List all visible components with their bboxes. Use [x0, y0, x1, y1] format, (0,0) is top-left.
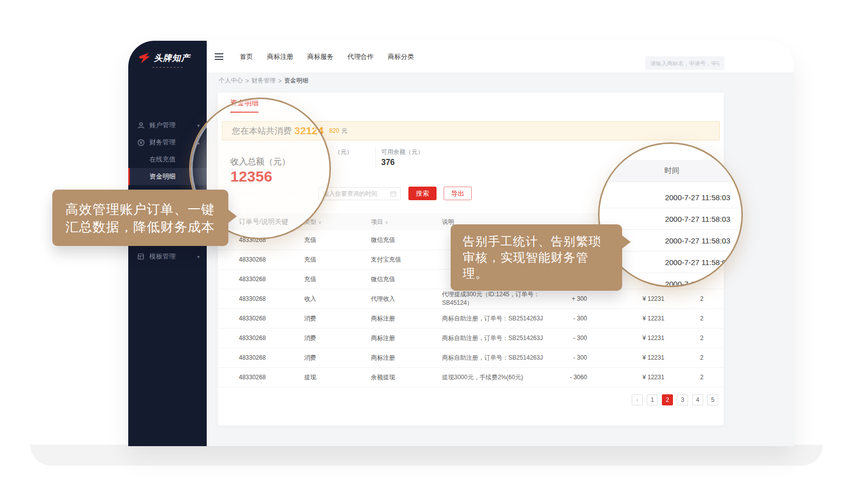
pagination: ‹ 1 2 3 4 5: [218, 394, 718, 405]
cell-order: 48330268: [239, 236, 304, 243]
stats-divider: [375, 147, 376, 169]
cell-project: 微信充值: [371, 275, 442, 284]
nav-item-trademark-category[interactable]: 商标分类: [388, 52, 414, 61]
calendar-icon[interactable]: [390, 191, 396, 197]
cell-order: 48330268: [239, 276, 304, 283]
pagination-page-4[interactable]: 4: [692, 394, 703, 405]
sort-caret-icon: ∨: [318, 220, 322, 225]
search-button[interactable]: 搜索: [408, 187, 437, 200]
topbar: 首页 商标注册 商标服务 代理合作 商标分类: [207, 41, 794, 72]
chevron-down-icon: ▾: [197, 254, 200, 260]
cell-order: 48330268: [239, 374, 304, 381]
cell-amount: - 300: [544, 334, 587, 342]
pagination-page-3[interactable]: 3: [677, 394, 688, 405]
banner-amount-fragment: 820: [329, 127, 339, 134]
sidebar-item-label: 账户管理: [149, 121, 197, 130]
pagination-prev-button[interactable]: ‹: [632, 394, 643, 405]
cell-type: 收入: [304, 295, 371, 303]
nav-item-trademark-service[interactable]: 商标服务: [307, 52, 333, 61]
cell-order: 48330268: [239, 295, 304, 302]
cell-project: 代理收入: [371, 295, 442, 303]
col-header-type[interactable]: 类型∨: [304, 218, 371, 226]
laptop-base: [30, 445, 823, 466]
pagination-page-2[interactable]: 2: [662, 394, 673, 405]
sidebar-subitem-label: 资金明细: [149, 172, 176, 181]
col-header-project[interactable]: 项目∨: [371, 218, 442, 226]
cell-balance: ¥ 12231: [587, 295, 664, 302]
cell-time: 2: [664, 334, 724, 342]
top-navigation: 首页 商标注册 商标服务 代理合作 商标分类: [240, 41, 414, 72]
breadcrumb-separator: >: [245, 77, 249, 85]
export-button[interactable]: 导出: [444, 187, 472, 200]
sidebar-subitem-funds-detail[interactable]: 资金明细: [128, 168, 207, 185]
sidebar-item-template[interactable]: 模板管理 ▾: [128, 248, 207, 265]
cell-amount: - 3060: [544, 374, 587, 381]
banner-amount: 32124: [294, 125, 323, 137]
banner-text: 您在本站共消费: [232, 125, 292, 137]
cell-type: 充值: [304, 256, 371, 264]
cell-amount: - 300: [544, 315, 587, 322]
finance-icon: [137, 139, 145, 146]
consumption-banner: 您在本站共消费 32124 820 元: [222, 121, 720, 140]
callout-text: 理。: [463, 266, 610, 282]
nav-item-agent-cooperation[interactable]: 代理合作: [348, 52, 374, 61]
table-row: 48330268 消费 商标注册 商标自助注册，订单号：SB2514263J -…: [218, 348, 724, 368]
sidebar-item-finance[interactable]: 财务管理 ▴: [128, 134, 207, 151]
template-icon: [137, 253, 145, 260]
pagination-page-5[interactable]: 5: [707, 394, 718, 405]
cell-balance: ¥ 12231: [587, 354, 664, 361]
callout-right: 告别手工统计、告别繁琐 审核，实现智能财务管 理。: [451, 224, 622, 291]
cell-project: 微信充值: [371, 236, 442, 244]
callout-text: 汇总数据，降低财务成本: [65, 218, 215, 236]
trademark-search-input[interactable]: [645, 56, 724, 70]
table-row: 48330268 消费 商标注册 商标自助注册，订单号：SB2514263J -…: [218, 309, 724, 328]
screenshot-stage: 头牌知产 账户管理 ▾ 财务管理 ▴ 在线充值 资金明细: [0, 0, 853, 504]
cell-time: 2: [664, 374, 724, 381]
cell-project: 商标注册: [371, 314, 442, 323]
cell-type: 充值: [304, 275, 371, 284]
cell-type: 提现: [304, 373, 371, 382]
table-row: 48330268 消费 商标注册 商标自助注册，订单号：SB2514263J -…: [218, 328, 724, 348]
date-query-field: [318, 187, 401, 200]
cell-type: 消费: [304, 334, 371, 343]
cell-desc: 提现3000元，手续费2%(60元): [442, 373, 544, 382]
tab-funds-detail[interactable]: 资金明细: [230, 99, 259, 113]
cell-balance: ¥ 12231: [587, 334, 664, 342]
breadcrumb-bar: 个人中心 > 财务管理 > 资金明细: [207, 72, 794, 89]
callout-text: 审核，实现智能财务管: [463, 249, 610, 266]
table-row: 48330268 提现 余额提现 提现3000元，手续费2%(60元) - 30…: [218, 368, 724, 387]
cell-amount: - 300: [544, 354, 587, 361]
income-label: 收入总额（元）: [230, 156, 290, 167]
cell-order: 48330268: [239, 315, 304, 322]
sidebar-subitem-label: 在线充值: [149, 155, 176, 164]
cell-order: 48330268: [239, 354, 304, 361]
table-row: 48330268 收入 代理收入 代理提成300元（ID:1245，订单号：SB…: [218, 289, 724, 309]
chevron-down-icon: ▾: [197, 123, 200, 128]
sidebar-subitem-recharge[interactable]: 在线充值: [128, 151, 207, 168]
brand-logo[interactable]: 头牌知产: [138, 52, 190, 64]
cell-time: 2: [664, 354, 724, 361]
income-value: 12356: [230, 168, 272, 185]
hamburger-menu-icon[interactable]: [215, 53, 223, 60]
breadcrumb-item[interactable]: 个人中心: [219, 76, 243, 85]
cell-desc: 商标自助注册，订单号：SB2514263J: [442, 334, 544, 343]
cell-type: 充值: [304, 236, 371, 244]
callout-text: 告别手工统计、告别繁琐: [463, 233, 610, 249]
breadcrumb: 个人中心 > 财务管理 > 资金明细: [219, 72, 308, 89]
sidebar-item-label: 模板管理: [149, 252, 197, 261]
expense-label: （元）: [334, 148, 353, 156]
cell-order: 48330268: [239, 256, 304, 263]
breadcrumb-item[interactable]: 财务管理: [251, 76, 276, 85]
date-query-input[interactable]: [323, 190, 390, 197]
cell-order: 48330268: [239, 334, 304, 342]
balance-value: 376: [381, 158, 395, 167]
cell-desc: 商标自助注册，订单号：SB2514263J: [442, 354, 544, 362]
cell-time: 2: [664, 295, 724, 302]
nav-item-trademark-register[interactable]: 商标注册: [267, 52, 293, 61]
callout-text: 高效管理账户订单、一键: [65, 201, 215, 218]
sidebar-item-account[interactable]: 账户管理 ▾: [128, 117, 207, 134]
cell-balance: ¥ 12231: [587, 374, 664, 381]
chevron-up-icon: ▴: [197, 140, 200, 145]
nav-item-home[interactable]: 首页: [240, 52, 253, 61]
pagination-page-1[interactable]: 1: [647, 394, 658, 405]
